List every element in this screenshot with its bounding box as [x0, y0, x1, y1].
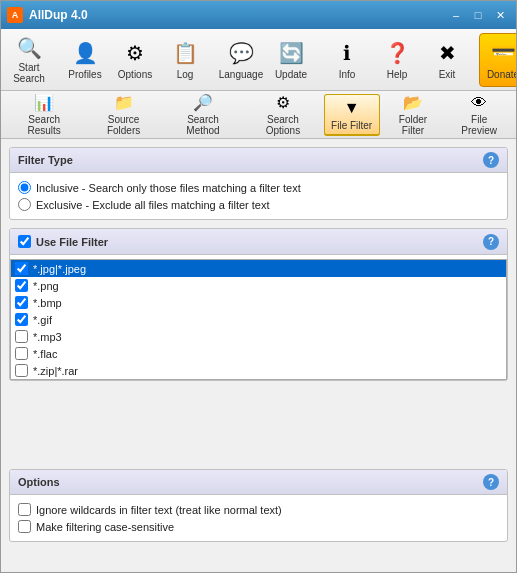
search-results-icon: 📊	[32, 93, 56, 112]
wildcards-label: Ignore wildcards in filter text (treat l…	[36, 504, 282, 516]
file-filter-checkbox[interactable]	[18, 235, 31, 248]
file-filter-icon: ▼	[340, 98, 364, 118]
title-bar: A AllDup 4.0 – □ ✕	[1, 1, 516, 29]
exclusive-option[interactable]: Exclusive - Exclude all files matching a…	[18, 196, 499, 213]
start-search-icon: 🔍	[15, 36, 43, 60]
file-item-zip-checkbox[interactable]	[15, 364, 28, 377]
help-label: Help	[387, 69, 408, 80]
source-folders-tab[interactable]: 📁 Source Folders	[84, 94, 162, 136]
search-options-label: Search Options	[250, 114, 315, 136]
update-button[interactable]: 🔄 Update	[267, 33, 315, 87]
wildcards-option[interactable]: Ignore wildcards in filter text (treat l…	[18, 501, 499, 518]
window-title: AllDup 4.0	[29, 8, 88, 22]
file-preview-tab[interactable]: 👁 File Preview	[446, 94, 512, 136]
file-item-jpg-checkbox[interactable]	[15, 262, 28, 275]
options-label: Options	[118, 69, 152, 80]
filter-type-help[interactable]: ?	[483, 152, 499, 168]
folder-filter-label: Folder Filter	[388, 114, 439, 136]
help-icon: ❓	[383, 39, 411, 67]
file-item-mp3[interactable]: *.mp3	[11, 328, 506, 345]
file-item-png[interactable]: *.png	[11, 277, 506, 294]
source-folders-label: Source Folders	[91, 114, 155, 136]
exit-icon: ✖	[433, 39, 461, 67]
filter-type-body: Inclusive - Search only those files matc…	[10, 173, 507, 219]
file-item-gif-checkbox[interactable]	[15, 313, 28, 326]
case-sensitive-checkbox[interactable]	[18, 520, 31, 533]
file-item-mp3-label: *.mp3	[33, 331, 62, 343]
file-filter-section: Use File Filter ? *.jpg|*.jpeg *.png *.b…	[9, 228, 508, 381]
log-icon: 📋	[171, 39, 199, 67]
options-header: Options ?	[10, 470, 507, 495]
donate-button[interactable]: 💳 Donate	[479, 33, 517, 87]
file-filter-list: *.jpg|*.jpeg *.png *.bmp *.gif *.mp3	[10, 259, 507, 380]
profiles-icon: 👤	[71, 39, 99, 67]
title-bar-left: A AllDup 4.0	[7, 7, 88, 23]
secondary-toolbar: 📊 Search Results 📁 Source Folders 🔎 Sear…	[1, 91, 516, 139]
title-controls: – □ ✕	[446, 6, 510, 24]
log-button[interactable]: 📋 Log	[161, 33, 209, 87]
options-help[interactable]: ?	[483, 474, 499, 490]
file-item-png-label: *.png	[33, 280, 59, 292]
donate-icon: 💳	[489, 39, 517, 67]
file-item-mp3-checkbox[interactable]	[15, 330, 28, 343]
search-method-label: Search Method	[171, 114, 235, 136]
filter-type-section: Filter Type ? Inclusive - Search only th…	[9, 147, 508, 220]
filter-type-title: Filter Type	[18, 154, 73, 166]
file-item-bmp[interactable]: *.bmp	[11, 294, 506, 311]
language-label: Language	[219, 69, 264, 80]
update-icon: 🔄	[277, 39, 305, 67]
exit-button[interactable]: ✖ Exit	[423, 33, 471, 87]
options-section: Options ? Ignore wildcards in filter tex…	[9, 469, 508, 542]
file-item-gif[interactable]: *.gif	[11, 311, 506, 328]
file-filter-tab[interactable]: ▼ File Filter	[324, 94, 380, 136]
search-results-label: Search Results	[12, 114, 76, 136]
language-button[interactable]: 💬 Language	[217, 33, 265, 87]
file-item-jpg[interactable]: *.jpg|*.jpeg	[11, 260, 506, 277]
file-item-bmp-checkbox[interactable]	[15, 296, 28, 309]
file-filter-header: Use File Filter ?	[10, 229, 507, 255]
options-icon: ⚙	[121, 39, 149, 67]
profiles-button[interactable]: 👤 Profiles	[61, 33, 109, 87]
file-item-png-checkbox[interactable]	[15, 279, 28, 292]
search-method-tab[interactable]: 🔎 Search Method	[164, 94, 242, 136]
options-body: Ignore wildcards in filter text (treat l…	[10, 495, 507, 541]
file-item-zip[interactable]: *.zip|*.rar	[11, 362, 506, 379]
exclusive-label: Exclusive - Exclude all files matching a…	[36, 199, 270, 211]
search-options-tab[interactable]: ⚙ Search Options	[243, 94, 322, 136]
close-button[interactable]: ✕	[490, 6, 510, 24]
minimize-button[interactable]: –	[446, 6, 466, 24]
wildcards-checkbox[interactable]	[18, 503, 31, 516]
filter-type-header: Filter Type ?	[10, 148, 507, 173]
file-item-gif-label: *.gif	[33, 314, 52, 326]
app-icon: A	[7, 7, 23, 23]
inclusive-radio[interactable]	[18, 181, 31, 194]
profiles-label: Profiles	[68, 69, 101, 80]
info-button[interactable]: ℹ Info	[323, 33, 371, 87]
file-item-flac-checkbox[interactable]	[15, 347, 28, 360]
file-item-flac[interactable]: *.flac	[11, 345, 506, 362]
options-button[interactable]: ⚙ Options	[111, 33, 159, 87]
log-label: Log	[177, 69, 194, 80]
file-filter-help[interactable]: ?	[483, 234, 499, 250]
folder-filter-tab[interactable]: 📂 Folder Filter	[381, 94, 446, 136]
exclusive-radio[interactable]	[18, 198, 31, 211]
maximize-button[interactable]: □	[468, 6, 488, 24]
case-sensitive-option[interactable]: Make filtering case-sensitive	[18, 518, 499, 535]
file-filter-enable[interactable]: Use File Filter	[18, 233, 108, 250]
empty-space	[9, 389, 508, 469]
donate-label: Donate	[487, 69, 517, 80]
case-sensitive-label: Make filtering case-sensitive	[36, 521, 174, 533]
search-results-tab[interactable]: 📊 Search Results	[5, 94, 83, 136]
folder-filter-icon: 📂	[401, 93, 425, 112]
help-button[interactable]: ❓ Help	[373, 33, 421, 87]
info-icon: ℹ	[333, 39, 361, 67]
file-item-bmp-label: *.bmp	[33, 297, 62, 309]
info-label: Info	[339, 69, 356, 80]
main-toolbar: 🔍 Start Search 👤 Profiles ⚙ Options 📋 Lo…	[1, 29, 516, 91]
file-preview-icon: 👁	[467, 94, 491, 112]
file-filter-body: *.jpg|*.jpeg *.png *.bmp *.gif *.mp3	[10, 259, 507, 380]
inclusive-option[interactable]: Inclusive - Search only those files matc…	[18, 179, 499, 196]
start-search-button[interactable]: 🔍 Start Search	[5, 33, 53, 87]
search-method-icon: 🔎	[191, 93, 215, 112]
language-icon: 💬	[227, 39, 255, 67]
